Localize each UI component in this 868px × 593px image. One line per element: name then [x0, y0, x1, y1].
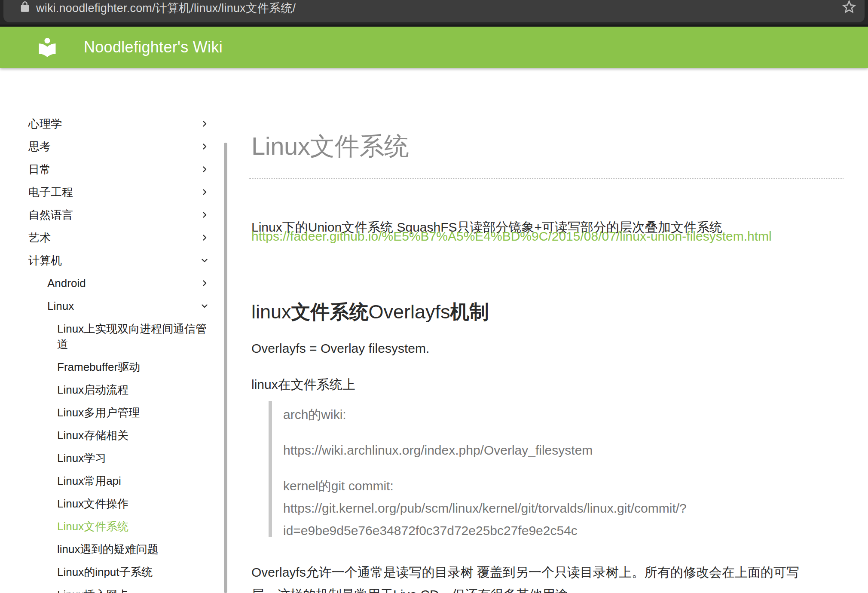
site-title[interactable]: Noodlefighter's Wiki [84, 38, 223, 56]
sidebar-nav: 心理学思考日常电子工程自然语言艺术计算机AndroidLinuxLinux上实现… [28, 112, 211, 593]
sidebar-item[interactable]: Framebuffer驱动 [28, 355, 211, 378]
link-kernel-commit-line1: https://git.kernel.org/pub/scm/linux/ker… [283, 500, 687, 523]
sidebar-item-label: Linux插入网卡 [57, 587, 211, 593]
sidebar-item[interactable]: Linux常用api [28, 469, 211, 492]
site-header: Noodlefighter's Wiki [0, 27, 868, 68]
sidebar-item[interactable]: Linux插入网卡 [28, 583, 211, 593]
sidebar-item[interactable]: 心理学 [28, 112, 211, 135]
section-heading-overlayfs: linux文件系统Overlayfs机制 [251, 300, 489, 324]
sidebar-item-label: Framebuffer驱动 [57, 359, 211, 375]
sidebar-item-label: Linux多用户管理 [57, 405, 211, 420]
sidebar-item-label: Linux [47, 298, 211, 314]
sidebar-item[interactable]: Linux多用户管理 [28, 401, 211, 424]
quote-kernel-commit-label: kernel的git commit: [283, 478, 394, 494]
sidebar-item-label: Linux文件操作 [57, 496, 211, 511]
blockquote: arch的wiki: https://wiki.archlinux.org/in… [269, 401, 857, 537]
sidebar-item-label: linux遇到的疑难问题 [57, 541, 211, 557]
chevron-right-icon [199, 119, 210, 129]
sidebar-item-label: Android [47, 275, 211, 291]
sidebar-scrollbar[interactable] [224, 143, 227, 593]
chevron-down-icon [199, 301, 210, 311]
paragraph-overlayfs-desc-line1: Overlayfs允许一个通常是读写的目录树 覆盖到另一个只读目录树上。所有的修… [251, 564, 799, 586]
quote-arch-wiki-label: arch的wiki: [283, 407, 346, 423]
chevron-down-icon [199, 255, 210, 266]
sidebar-item-label: Linux上实现双向进程间通信管道 [57, 321, 211, 352]
sidebar-item-label: 日常 [28, 162, 211, 177]
link-kernel-commit[interactable]: https://git.kernel.org/pub/scm/linux/ker… [283, 500, 687, 545]
section-heading-part: linux [251, 301, 291, 323]
dotted-divider [249, 178, 844, 179]
chevron-right-icon [199, 164, 210, 174]
paragraph-overlayfs-desc-line2: 层。这样的机制最常用于Live CD，但还有很多其他用途。 [251, 586, 799, 593]
sidebar-item[interactable]: 电子工程 [28, 180, 211, 203]
link-union-filesystem[interactable]: https://fadeer.github.io/%E5%B7%A5%E4%BD… [251, 228, 772, 245]
sidebar-item[interactable]: Linux的input子系统 [28, 560, 211, 583]
sidebar-item[interactable]: Linux [28, 294, 211, 317]
sidebar-item[interactable]: Linux文件操作 [28, 492, 211, 515]
chevron-right-icon [199, 141, 210, 152]
sidebar-item[interactable]: Linux存储相关 [28, 424, 211, 446]
sidebar-item-label: 电子工程 [28, 184, 211, 200]
browser-top-bar: wiki.noodlefighter.com/计算机/linux/linux文件… [0, 0, 868, 27]
sidebar-item-label: Linux的input子系统 [57, 564, 211, 580]
sidebar-item-label: 计算机 [28, 253, 211, 268]
sidebar-item-label: 心理学 [28, 116, 211, 131]
url-text[interactable]: wiki.noodlefighter.com/计算机/linux/linux文件… [36, 0, 296, 16]
lock-icon [19, 0, 31, 15]
sidebar-item[interactable]: 计算机 [28, 249, 211, 272]
sidebar-item[interactable]: Linux学习 [28, 446, 211, 469]
sidebar-item-label: Linux常用api [57, 473, 211, 489]
sidebar-item[interactable]: Android [28, 272, 211, 294]
chevron-right-icon [199, 210, 210, 220]
page-title: Linux文件系统 [251, 132, 409, 160]
sidebar-item[interactable]: 日常 [28, 158, 211, 180]
section-heading-part: 机制 [450, 301, 489, 323]
chevron-right-icon [199, 187, 210, 197]
address-bar[interactable]: wiki.noodlefighter.com/计算机/linux/linux文件… [3, 0, 865, 22]
sidebar-item-label: 思考 [28, 139, 211, 154]
sidebar-item-label: Linux学习 [57, 450, 211, 466]
sidebar-item[interactable]: Linux启动流程 [28, 378, 211, 401]
sidebar-item-label: 艺术 [28, 230, 211, 245]
sidebar-item-label: Linux文件系统 [57, 519, 211, 534]
sidebar-item-label: Linux存储相关 [57, 428, 211, 443]
sidebar-item[interactable]: linux遇到的疑难问题 [28, 538, 211, 560]
paragraph-overlayfs-desc: Overlayfs允许一个通常是读写的目录树 覆盖到另一个只读目录树上。所有的修… [251, 564, 799, 593]
chevron-right-icon [199, 232, 210, 243]
star-outline-icon[interactable] [840, 0, 858, 17]
section-heading-part: 文件系统 [291, 301, 369, 323]
paragraph-linux-on-fs: linux在文件系统上 [251, 376, 355, 393]
sidebar-item[interactable]: 思考 [28, 135, 211, 158]
sidebar-item[interactable]: Linux文件系统 [28, 515, 211, 538]
sidebar-item-label: Linux启动流程 [57, 382, 211, 397]
section-heading-part: Overlayfs [369, 301, 450, 323]
chevron-right-icon [199, 278, 210, 288]
sidebar-item[interactable]: 艺术 [28, 226, 211, 249]
reader-book-icon [36, 36, 58, 60]
sidebar-item[interactable]: 自然语言 [28, 203, 211, 226]
sidebar-item[interactable]: Linux上实现双向进程间通信管道 [28, 317, 211, 355]
sidebar-item-label: 自然语言 [28, 207, 211, 223]
link-kernel-commit-line2: id=e9be9d5e76e34872f0c37d72e25bc27fe9e2c… [283, 523, 687, 545]
paragraph-overlayfs-def: Overlayfs = Overlay filesystem. [251, 340, 429, 357]
link-arch-wiki[interactable]: https://wiki.archlinux.org/index.php/Ove… [283, 442, 593, 459]
